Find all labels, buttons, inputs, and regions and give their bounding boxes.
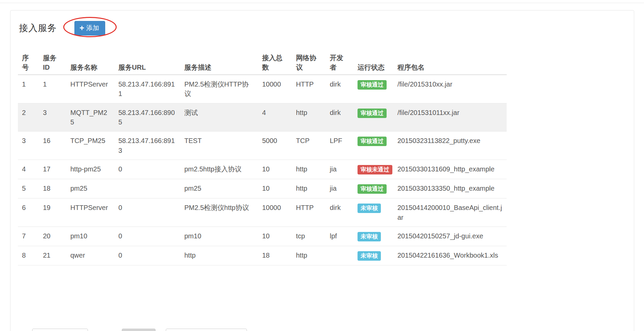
table-row: 821qwer0http18http未审核20150422161636_Work… — [18, 246, 507, 265]
table-row: 720pm100pm1010tcplpf未审核20150420150257_jd… — [18, 227, 507, 246]
table-row: 619HTTPServer0PM2.5检测仪http协议10000HTTPdir… — [18, 198, 507, 227]
cell-package: 20150422161636_Workbook1.xls — [393, 246, 507, 265]
service-table: 序号服务ID服务名称服务URL服务描述接入总数网络协议开发者运行状态程序包名 1… — [18, 51, 507, 265]
cell-desc: PM2.5检测仪HTTP协议 — [180, 75, 258, 103]
plus-icon: + — [79, 25, 84, 31]
cell-url: 58.213.47.166:8911 — [114, 75, 180, 103]
cell-protocol: HTTP — [292, 198, 326, 227]
cell-no: 6 — [18, 198, 39, 227]
table-row: 23MQTT_PM2558.213.47.166:8905测试4httpdirk… — [18, 103, 507, 132]
cell-total: 18 — [258, 246, 292, 265]
cell-desc: pm10 — [180, 227, 258, 246]
cell-id: 1 — [39, 75, 66, 103]
status-badge: 未审核 — [358, 204, 381, 213]
pagination-current-page[interactable] — [122, 329, 156, 331]
cell-developer: jia — [326, 160, 353, 179]
cell-status: 审核通过 — [353, 179, 393, 198]
cell-name: pm25 — [66, 179, 114, 198]
cell-no: 8 — [18, 246, 39, 265]
cell-status: 审核通过 — [353, 75, 393, 103]
cell-desc: PM2.5检测仪http协议 — [180, 198, 258, 227]
table-header-row: 序号服务ID服务名称服务URL服务描述接入总数网络协议开发者运行状态程序包名 — [18, 51, 507, 75]
cell-desc: TEST — [180, 132, 258, 160]
col-header: 接入总数 — [258, 51, 292, 75]
table-body: 11HTTPServer58.213.47.166:8911PM2.5检测仪HT… — [18, 75, 507, 265]
col-header: 开发者 — [326, 51, 353, 75]
col-header: 服务名称 — [66, 51, 114, 75]
cell-protocol: TCP — [292, 132, 326, 160]
table-row: 518pm25pm2510httpjia审核通过20150330133350_h… — [18, 179, 507, 198]
cell-name: MQTT_PM25 — [66, 103, 114, 132]
cell-package: 20150420150257_jd-gui.exe — [393, 227, 507, 246]
cell-total: 5000 — [258, 132, 292, 160]
access-service-panel: 接入服务 + 添加 序号服务ID服务名称服务URL服务描述接入总数网络协议开发者… — [10, 10, 634, 331]
cell-developer: lpf — [326, 227, 353, 246]
cell-id: 19 — [39, 198, 66, 227]
cell-no: 3 — [18, 132, 39, 160]
col-header: 服务URL — [114, 51, 180, 75]
status-badge: 审核通过 — [358, 80, 387, 90]
cell-developer: dirk — [326, 103, 353, 132]
cell-status: 未审核 — [353, 246, 393, 265]
cell-id: 3 — [39, 103, 66, 132]
cell-no: 7 — [18, 227, 39, 246]
cell-protocol: http — [292, 160, 326, 179]
status-badge: 未审核 — [358, 232, 381, 241]
cell-package: 20150330133350_http_example — [393, 179, 507, 198]
cell-url: 58.213.47.166:8905 — [114, 103, 180, 132]
cell-total: 10 — [258, 227, 292, 246]
add-button[interactable]: + 添加 — [74, 21, 105, 36]
cell-name: TCP_PM25 — [66, 132, 114, 160]
cell-developer: dirk — [326, 198, 353, 227]
cell-developer: dirk — [326, 75, 353, 103]
cell-no: 1 — [18, 75, 39, 103]
cell-name: HTTPServer — [66, 198, 114, 227]
service-table-wrap: 序号服务ID服务名称服务URL服务描述接入总数网络协议开发者运行状态程序包名 1… — [18, 51, 627, 265]
cell-developer: LPF — [326, 132, 353, 160]
cell-desc: pm25 — [180, 179, 258, 198]
status-badge: 审核未通过 — [358, 165, 392, 174]
status-badge: 未审核 — [358, 251, 381, 261]
top-divider — [0, 3, 644, 3]
cell-status: 审核通过 — [353, 103, 393, 132]
cell-status: 审核通过 — [353, 132, 393, 160]
cell-protocol: tcp — [292, 227, 326, 246]
cell-url: 58.213.47.166:8913 — [114, 132, 180, 160]
cell-desc: 测试 — [180, 103, 258, 132]
cell-package: 20150323113822_putty.exe — [393, 132, 507, 160]
cell-package: /file/201531011xx.jar — [393, 103, 507, 132]
cell-name: HTTPServer — [66, 75, 114, 103]
cell-total: 10000 — [258, 198, 292, 227]
cell-url: 0 — [114, 198, 180, 227]
cell-url: 0 — [114, 160, 180, 179]
cell-protocol: http — [292, 179, 326, 198]
cell-total: 10 — [258, 179, 292, 198]
cell-status: 未审核 — [353, 198, 393, 227]
pagination-prev-button[interactable] — [32, 329, 88, 331]
cell-desc: http — [180, 246, 258, 265]
cell-url: 0 — [114, 246, 180, 265]
col-header: 序号 — [18, 51, 39, 75]
pagination-next-button[interactable] — [166, 329, 247, 331]
page-title: 接入服务 — [19, 22, 57, 34]
col-header: 程序包名 — [393, 51, 507, 75]
cell-id: 20 — [39, 227, 66, 246]
cell-package: /file/2015310xx.jar — [393, 75, 507, 103]
table-row: 417http-pm250pm2.5http接入协议10httpjia审核未通过… — [18, 160, 507, 179]
add-button-label: 添加 — [86, 24, 99, 32]
cell-package: 20150330131609_http_example — [393, 160, 507, 179]
cell-status: 未审核 — [353, 227, 393, 246]
cell-package: 20150414200010_BaseApi_client.jar — [393, 198, 507, 227]
cell-status: 审核未通过 — [353, 160, 393, 179]
cell-desc: pm2.5http接入协议 — [180, 160, 258, 179]
cell-protocol: http — [292, 246, 326, 265]
cell-name: http-pm25 — [66, 160, 114, 179]
cell-no: 5 — [18, 179, 39, 198]
cell-name: pm10 — [66, 227, 114, 246]
status-badge: 审核通过 — [358, 137, 387, 146]
cell-total: 10000 — [258, 75, 292, 103]
cell-no: 2 — [18, 103, 39, 132]
cell-developer — [326, 246, 353, 265]
cell-id: 18 — [39, 179, 66, 198]
cell-url: 0 — [114, 227, 180, 246]
